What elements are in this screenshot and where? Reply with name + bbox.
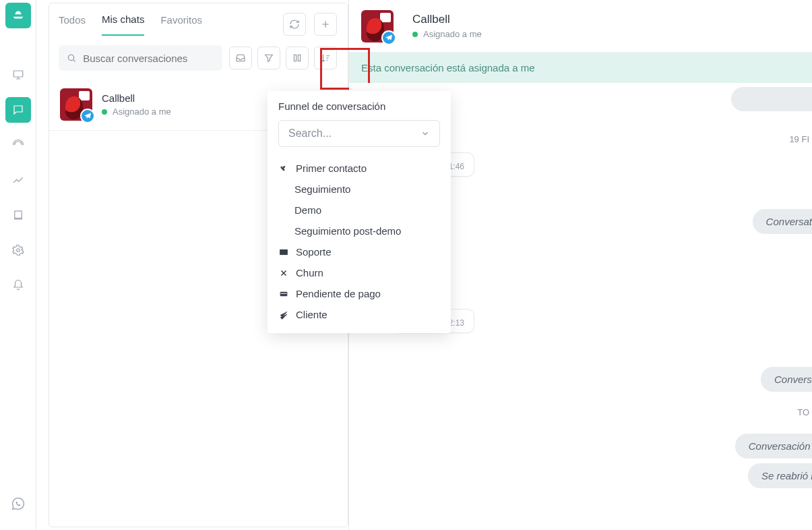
chat-list-panel: Todos Mis chats Favoritos — [36, 0, 349, 530]
svg-rect-5 — [298, 55, 300, 61]
nav-rail — [0, 0, 36, 530]
partial-system-bubble — [731, 87, 812, 111]
nav-trend-icon[interactable] — [5, 167, 31, 193]
funnel-item-cliente[interactable]: Cliente — [274, 304, 444, 325]
nav-broadcast-icon[interactable] — [5, 132, 31, 158]
filter-button[interactable] — [257, 47, 280, 69]
system-bubble: Conversatio — [761, 367, 812, 392]
svg-point-7 — [282, 252, 282, 252]
conversation-header-sub: Asignado a me — [423, 29, 482, 39]
system-bubble: Conversación a — [735, 434, 812, 459]
funnel-item-pago[interactable]: Pendiente de pago — [274, 283, 444, 304]
svg-point-3 — [68, 55, 73, 60]
tab-todos[interactable]: Todos — [59, 14, 86, 35]
svg-rect-11 — [280, 293, 287, 294]
popover-search-placeholder: Search... — [288, 127, 332, 140]
check-icon — [278, 310, 289, 320]
tab-favoritos[interactable]: Favoritos — [160, 14, 202, 35]
assignment-banner: Esta conversación está asignada a me — [349, 53, 812, 83]
conversation-header-title: Callbell — [412, 13, 482, 26]
inbox-button[interactable] — [229, 47, 252, 69]
system-bubble: Se reabrió la — [748, 463, 812, 488]
funnel-popover: Funnel de conversación Search... Primer … — [268, 91, 451, 333]
conversation-sub: Asignado a me — [113, 107, 171, 117]
wave-icon — [278, 164, 289, 173]
telegram-icon — [381, 30, 396, 45]
support-icon — [278, 247, 289, 257]
card-icon — [278, 290, 289, 298]
add-button[interactable] — [314, 13, 337, 36]
search-input-wrap[interactable] — [59, 45, 222, 71]
system-bubble: Conversation — [753, 209, 812, 234]
nav-chat-icon[interactable] — [5, 97, 31, 123]
refresh-button[interactable] — [283, 13, 306, 36]
svg-point-2 — [16, 249, 20, 252]
funnel-item-seguimiento[interactable]: Seguimiento — [274, 179, 444, 200]
svg-point-9 — [285, 252, 286, 252]
conversation-header: Callbell Asignado a me — [349, 0, 812, 53]
search-input[interactable] — [83, 53, 214, 64]
nav-book-icon[interactable] — [5, 202, 31, 228]
popover-search[interactable]: Search... — [278, 120, 440, 147]
funnel-item-post-demo[interactable]: Seguimiento post-demo — [274, 220, 444, 241]
chevron-down-icon — [420, 129, 430, 138]
status-dot-icon — [412, 32, 418, 37]
status-dot-icon — [102, 109, 107, 115]
telegram-icon — [80, 109, 95, 123]
avatar — [361, 10, 394, 42]
avatar — [60, 88, 92, 121]
sort-button[interactable] — [314, 47, 337, 69]
nav-bell-icon[interactable] — [5, 272, 31, 298]
svg-rect-4 — [294, 55, 296, 61]
svg-rect-0 — [13, 71, 23, 77]
conversation-title: Callbell — [102, 92, 171, 104]
funnel-item-primer-contacto[interactable]: Primer contacto — [274, 158, 444, 179]
app-logo — [5, 3, 31, 28]
nav-whatsapp-icon[interactable] — [5, 491, 31, 517]
x-icon — [278, 269, 289, 277]
funnel-item-soporte[interactable]: Soporte — [274, 241, 444, 262]
search-icon — [67, 53, 76, 63]
svg-point-8 — [283, 252, 284, 252]
date-separator: TO — [349, 402, 812, 423]
nav-settings-icon[interactable] — [5, 237, 31, 263]
funnel-button[interactable] — [286, 47, 309, 69]
funnel-item-demo[interactable]: Demo — [274, 200, 444, 220]
funnel-item-churn[interactable]: Churn — [274, 262, 444, 283]
nav-desktop-icon[interactable] — [5, 62, 31, 88]
tab-mis-chats[interactable]: Mis chats — [102, 13, 144, 36]
popover-title: Funnel de conversación — [274, 100, 444, 120]
